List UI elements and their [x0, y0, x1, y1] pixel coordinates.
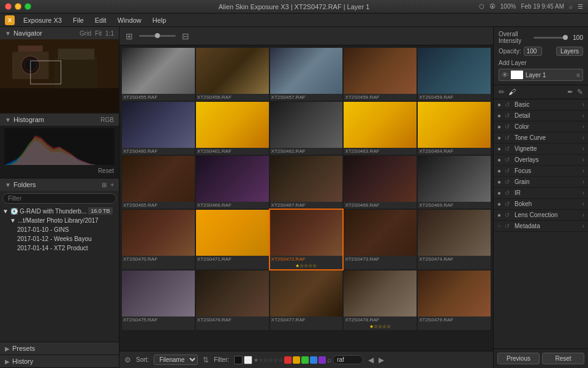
thumbnail-item[interactable]: XT2S0466.RAF	[196, 156, 269, 209]
nav-grid-btn[interactable]: Grid	[80, 30, 91, 37]
adj-visibility-icon[interactable]: ●	[497, 112, 505, 119]
adjustment-row-basic[interactable]: ●↺Basic›	[494, 99, 588, 110]
histogram-header[interactable]: ▼ Histogram RGB	[0, 113, 119, 126]
filter-orange[interactable]	[293, 356, 300, 364]
adjustment-row-metadata[interactable]: ○↺Metadata›	[494, 221, 588, 232]
menu-edit[interactable]: Edit	[90, 15, 111, 25]
opacity-input[interactable]	[524, 47, 542, 56]
thumbnail-item[interactable]: XT2S0456.RAF	[196, 48, 269, 101]
thumbnail-item[interactable]: XT2S0472.RAF★☆☆☆☆	[270, 210, 343, 269]
filter-stars[interactable]: ★☆☆☆☆☆	[254, 357, 283, 363]
thumbnail-item[interactable]: XT2S0477.RAF	[270, 270, 343, 330]
thumbnail-item[interactable]: XT2S0468.RAF	[344, 156, 417, 209]
grid-view-icon[interactable]: ⊞	[124, 30, 134, 42]
adj-visibility-icon[interactable]: ●	[497, 212, 505, 218]
thumbnail-item[interactable]: XT2S0458.RAF	[344, 48, 417, 101]
adj-expand-icon[interactable]: ›	[582, 123, 584, 130]
brush-icon[interactable]: 🖌	[508, 88, 516, 96]
adjustment-row-ir[interactable]: ●↺IR›	[494, 188, 588, 199]
filter-blue[interactable]	[310, 356, 317, 364]
adjustment-row-detail[interactable]: ●↺Detail›	[494, 110, 588, 121]
thumbnail-item[interactable]: XT2S0464.RAF	[418, 102, 491, 155]
list-icon[interactable]: ☰	[578, 3, 583, 10]
folder-path[interactable]: ▼ ...t/Master Photo Library/2017	[10, 216, 116, 225]
filter-search-input[interactable]	[333, 355, 363, 364]
thumbnail-item[interactable]: XT2S0470.RAF	[122, 210, 195, 269]
adj-visibility-icon[interactable]: ●	[497, 167, 505, 174]
navigator-header[interactable]: ▼ Navigator Grid Fit 1:1	[0, 27, 119, 39]
thumbnail-item[interactable]: XT2S0475.RAF	[122, 270, 195, 330]
thumbnail-item[interactable]: XT2S0471.RAF	[196, 210, 269, 269]
sort-direction-icon[interactable]: ⇅	[203, 356, 209, 364]
adjustment-row-grain[interactable]: ●↺Grain›	[494, 177, 588, 188]
reset-button[interactable]: Reset	[542, 353, 584, 364]
thumbnail-item[interactable]: XT2S0476.RAF	[196, 270, 269, 330]
filter-black[interactable]	[234, 356, 243, 364]
presets-header[interactable]: ▶ Presets	[0, 342, 119, 355]
paint-icon[interactable]: ✏	[499, 88, 505, 96]
menu-app[interactable]: Exposure X3	[18, 15, 67, 25]
folder-drive[interactable]: ▼ 💽 G-RAID with Thunderb... 16.0 TB	[2, 206, 116, 216]
adj-expand-icon[interactable]: ›	[582, 190, 584, 196]
folders-add[interactable]: +	[110, 182, 114, 188]
layer-visibility[interactable]: 👁	[502, 71, 508, 79]
subfolder-0[interactable]: 2017-01-10 - GINS	[17, 225, 116, 234]
adj-refresh-icon[interactable]: ↺	[505, 178, 512, 185]
adj-refresh-icon[interactable]: ↺	[505, 123, 512, 130]
adj-expand-icon[interactable]: ›	[582, 156, 584, 163]
thumbnail-item[interactable]: XT2S0462.RAF	[270, 102, 343, 155]
intensity-slider[interactable]	[533, 37, 566, 39]
nav-1to1-btn[interactable]: 1:1	[105, 30, 114, 37]
filter-red[interactable]	[284, 356, 292, 364]
thumbnail-item[interactable]: XT2S0461.RAF	[196, 102, 269, 155]
thumbnail-item[interactable]: XT2S0463.RAF	[344, 102, 417, 155]
adj-refresh-icon[interactable]: ↺	[505, 212, 512, 218]
adj-visibility-icon[interactable]: ●	[497, 201, 505, 207]
nav-fit-btn[interactable]: Fit	[95, 30, 102, 37]
adj-refresh-icon[interactable]: ↺	[505, 101, 512, 108]
thumbnail-item[interactable]: XT2S0478.RAF★☆☆☆☆	[344, 270, 417, 330]
adjustment-row-vignette[interactable]: ●↺Vignette›	[494, 144, 588, 155]
adj-refresh-icon[interactable]: ↺	[505, 223, 512, 229]
close-button[interactable]	[5, 3, 12, 10]
adj-refresh-icon[interactable]: ↺	[505, 134, 512, 141]
adj-visibility-icon[interactable]: ●	[497, 190, 505, 196]
adjustment-row-color[interactable]: ●↺Color›	[494, 121, 588, 132]
large-grid-icon[interactable]: ⊟	[181, 30, 190, 42]
adj-expand-icon[interactable]: ›	[582, 178, 584, 185]
filter-white[interactable]	[244, 356, 252, 364]
adj-visibility-icon[interactable]: ○	[497, 223, 505, 229]
adj-visibility-icon[interactable]: ●	[497, 101, 505, 108]
thumbnail-item[interactable]: XT2S0457.RAF	[270, 48, 343, 101]
settings-icon[interactable]: ⚙	[124, 356, 131, 364]
thumbnail-item[interactable]: XT2S0469.RAF	[418, 156, 491, 209]
thumbnail-item[interactable]: XT2S0460.RAF	[122, 102, 195, 155]
adj-expand-icon[interactable]: ›	[582, 145, 584, 152]
thumbnail-item[interactable]: XT2S0479.RAF	[418, 270, 491, 330]
thumbnail-item[interactable]: XT2S0474.RAF	[418, 210, 491, 269]
adjustment-row-lens-correction[interactable]: ●↺Lens Correction›	[494, 210, 588, 221]
maximize-button[interactable]	[24, 3, 31, 10]
nav-next-icon[interactable]: ▶	[379, 356, 384, 364]
adj-expand-icon[interactable]: ›	[582, 134, 584, 141]
thumbnail-item[interactable]: XT2S0465.RAF	[122, 156, 195, 209]
eyedropper-icon[interactable]: ✎	[577, 88, 583, 96]
adj-refresh-icon[interactable]: ↺	[505, 112, 512, 119]
filter-purple[interactable]	[318, 356, 326, 364]
history-header[interactable]: ▶ History	[0, 355, 119, 367]
minimize-button[interactable]	[15, 3, 21, 10]
subfolder-1[interactable]: 2017-01-12 - Weeks Bayou	[17, 234, 116, 243]
adj-expand-icon[interactable]: ›	[582, 112, 584, 119]
menu-help[interactable]: Help	[148, 15, 172, 25]
adj-refresh-icon[interactable]: ↺	[505, 156, 512, 163]
adj-expand-icon[interactable]: ›	[582, 212, 584, 218]
search-icon[interactable]: ⌕	[569, 3, 573, 10]
thumbnail-item[interactable]: XT2S0459.RAF	[418, 48, 491, 101]
thumbnail-item[interactable]: XT2S0467.RAF	[270, 156, 343, 209]
sort-select[interactable]: Filename	[154, 355, 198, 365]
adj-visibility-icon[interactable]: ●	[497, 156, 505, 163]
adj-expand-icon[interactable]: ›	[582, 167, 584, 174]
adj-visibility-icon[interactable]: ●	[497, 145, 505, 152]
nav-prev-icon[interactable]: ◀	[368, 356, 374, 364]
adj-visibility-icon[interactable]: ●	[497, 123, 505, 130]
